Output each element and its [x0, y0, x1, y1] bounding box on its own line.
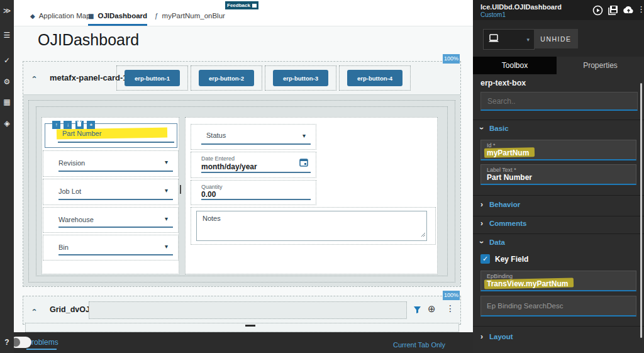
erp-button-2-wrapper[interactable]: erp-button-2: [191, 65, 262, 91]
tab-properties[interactable]: Properties: [557, 57, 644, 74]
help-icon[interactable]: ?: [0, 336, 14, 349]
field-label: Status: [206, 132, 226, 139]
versions-icon[interactable]: ✓: [0, 54, 14, 67]
dropdown-status[interactable]: Status ▾: [191, 124, 316, 150]
chevron-down-icon[interactable]: ▾: [165, 159, 168, 165]
key-field-checkbox[interactable]: ✓: [480, 254, 490, 264]
textarea-notes[interactable]: Notes: [196, 211, 427, 241]
chevron-right-icon: ›: [480, 200, 483, 209]
layer-name[interactable]: Custom1: [480, 11, 506, 18]
rules-icon[interactable]: ◈: [0, 117, 14, 130]
field-placeholder: Ep Binding SearchDesc: [487, 302, 563, 310]
move-up-icon[interactable]: ↑: [52, 121, 60, 129]
column-splitter-handle[interactable]: [180, 185, 181, 194]
chevron-down-icon: ›: [477, 127, 486, 130]
divider: [473, 326, 644, 327]
datepicker-date-entered[interactable]: Date Entered month/day/year: [191, 152, 316, 178]
erp-button-1[interactable]: erp-button-1: [125, 70, 180, 86]
panel-card-1[interactable]: › metafx-panel-card-1 erp-button-1 erp-b…: [23, 61, 461, 287]
key-field-row: ✓ Key Field: [480, 254, 528, 264]
chevron-down-icon[interactable]: ▾: [165, 215, 168, 222]
feedback-badge[interactable]: Feedback: [225, 1, 258, 9]
numberbox-quantity[interactable]: Quantity 0.00: [191, 180, 316, 205]
field-label: Notes: [203, 215, 221, 222]
erp-button-4-wrapper[interactable]: erp-button-4: [339, 65, 411, 91]
field-value: TransView.myPartNum: [487, 279, 568, 288]
field-value: myPartNum: [487, 148, 529, 157]
overflow-menu-icon[interactable]: ⋮: [446, 303, 455, 313]
dropdown-bin[interactable]: Bin ▾: [43, 235, 179, 261]
device-row: ▾ UNHIDE: [473, 20, 644, 57]
section-behavior[interactable]: › Behavior: [480, 200, 520, 209]
field-label-text[interactable]: Label Text * Part Number: [480, 164, 636, 185]
dropdown-job-lot[interactable]: Job Lot ▾: [43, 179, 179, 205]
delete-icon[interactable]: [75, 121, 84, 129]
tab-toolbox[interactable]: Toolbox: [473, 57, 557, 74]
header-overflow-icon[interactable]: ⋮: [637, 4, 644, 14]
chevron-down-icon[interactable]: ▾: [303, 132, 306, 139]
current-tab-only-label: Current Tab Only: [393, 339, 445, 350]
inspector-scrollbar[interactable]: [640, 83, 642, 338]
resize-handle-icon[interactable]: [421, 228, 426, 240]
tab-ojidashboard[interactable]: ▦ OJIDashboard: [88, 8, 147, 26]
collapse-chevron-icon[interactable]: ›: [29, 308, 38, 311]
menu-icon[interactable]: ☰: [0, 29, 14, 42]
erp-button-4[interactable]: erp-button-4: [347, 70, 402, 86]
publish-cloud-icon[interactable]: [623, 5, 633, 16]
chevron-down-icon[interactable]: ▾: [165, 187, 168, 194]
row-container: ↑ ↓ + Part Number: [28, 100, 455, 283]
field-underline: [201, 143, 311, 145]
move-icon[interactable]: +: [87, 121, 95, 129]
search-input[interactable]: [481, 92, 637, 109]
add-row-icon[interactable]: ⊕: [428, 303, 436, 315]
field-id[interactable]: Id * myPartNum: [480, 140, 636, 160]
function-icon: ƒ: [155, 13, 158, 20]
field-label: EpBinding: [487, 273, 513, 279]
grid-panel-card[interactable]: › Grid_dvOJI ⊕ ⋮: [23, 296, 461, 325]
data-grid-icon[interactable]: ▦: [0, 96, 14, 108]
erp-button-2[interactable]: erp-button-2: [199, 70, 254, 86]
chevron-down-icon[interactable]: ▾: [165, 243, 168, 250]
field-label: Job Lot: [58, 188, 81, 195]
tab-application-map[interactable]: ◆ Application Map: [30, 8, 91, 24]
dropdown-warehouse[interactable]: Warehouse ▾: [43, 207, 179, 233]
field-label: Bin: [58, 244, 69, 251]
section-basic[interactable]: › Basic: [480, 124, 509, 133]
filter-icon[interactable]: [413, 305, 421, 317]
section-data[interactable]: › Data: [480, 238, 505, 247]
field-epbinding[interactable]: EpBinding TransView.myPartNum: [480, 271, 636, 291]
section-comments[interactable]: › Comments: [480, 219, 526, 228]
tab-mypartnum-onblur[interactable]: ƒ myPartNum_onBlur: [155, 8, 225, 24]
status-bar: Problems Current Tab Only: [14, 332, 473, 353]
component-name: erp-text-box: [480, 79, 526, 87]
section-layout[interactable]: › Layout: [480, 332, 513, 341]
unhide-button[interactable]: UNHIDE: [534, 29, 578, 48]
app-logo-icon[interactable]: ≫: [0, 4, 14, 17]
tab-label: myPartNum_onBlur: [162, 12, 225, 20]
desktop-device-icon: [488, 34, 499, 45]
field-value: month/day/year: [201, 162, 257, 171]
design-canvas: OJIDashboard 100% › metafx-panel-card-1 …: [14, 26, 473, 332]
chevron-down-icon: ▾: [526, 36, 530, 43]
dashboard-icon: ▦: [88, 13, 94, 20]
save-icon[interactable]: [608, 5, 618, 16]
calendar-icon[interactable]: [299, 158, 308, 169]
tab-label: OJIDashboard: [97, 12, 147, 20]
move-down-icon[interactable]: ↓: [64, 121, 72, 129]
dropdown-revision[interactable]: Revision ▾: [43, 150, 179, 177]
tools-icon[interactable]: ⚙: [0, 76, 14, 88]
field-label: Label Text *: [487, 167, 516, 173]
field-epbinding-searchdesc[interactable]: Ep Binding SearchDesc: [480, 296, 636, 317]
grid-title: Grid_dvOJI: [50, 305, 92, 314]
app-id: Ice.UIDbd.OJIDashboard: [480, 3, 562, 11]
field-underline: [201, 199, 311, 200]
scroll-handle[interactable]: [245, 325, 255, 327]
chevron-right-icon: ›: [480, 219, 483, 228]
erp-button-1-wrapper[interactable]: erp-button-1: [116, 65, 188, 91]
erp-button-3-wrapper[interactable]: erp-button-3: [265, 65, 336, 91]
search-box[interactable]: [480, 92, 638, 111]
device-selector[interactable]: ▾: [483, 29, 535, 50]
erp-button-3[interactable]: erp-button-3: [273, 70, 328, 86]
preview-play-icon[interactable]: [592, 5, 603, 16]
collapse-chevron-icon[interactable]: ›: [29, 76, 38, 78]
